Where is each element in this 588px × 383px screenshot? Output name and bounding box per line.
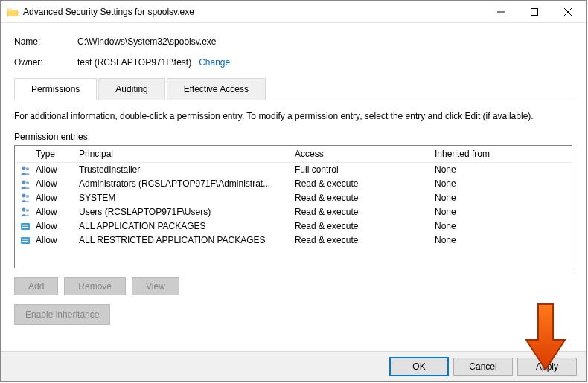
- svg-point-9: [26, 195, 29, 198]
- cell-type: Allow: [33, 235, 76, 245]
- svg-rect-14: [22, 227, 28, 228]
- table-header: Type Principal Access Inherited from: [15, 146, 572, 163]
- owner-row: Owner: test (RCSLAPTOP971F\test) Change: [14, 57, 572, 68]
- cell-access: Read & execute: [292, 193, 432, 203]
- principal-icon: [20, 235, 31, 245]
- cell-inherited: None: [432, 178, 572, 189]
- view-button[interactable]: View: [132, 277, 179, 295]
- cell-type: Allow: [33, 193, 76, 203]
- cell-type: Allow: [33, 221, 76, 231]
- cell-access: Read & execute: [292, 235, 432, 245]
- tab-auditing[interactable]: Auditing: [98, 78, 164, 100]
- folder-icon: [7, 6, 19, 18]
- svg-point-11: [26, 209, 29, 212]
- cancel-button[interactable]: Cancel: [453, 358, 513, 376]
- principal-icon: [20, 207, 31, 217]
- permissions-table: Type Principal Access Inherited from All…: [14, 145, 572, 268]
- cell-principal: Users (RCSLAPTOP971F\Users): [76, 207, 292, 217]
- svg-point-4: [22, 166, 26, 170]
- maximize-button[interactable]: [517, 1, 551, 22]
- ok-button[interactable]: OK: [389, 357, 449, 376]
- cell-access: Read & execute: [292, 207, 432, 217]
- svg-rect-13: [22, 225, 28, 226]
- cell-access: Full control: [292, 164, 432, 175]
- svg-rect-16: [22, 239, 28, 240]
- col-access-header[interactable]: Access: [292, 149, 432, 159]
- cell-inherited: None: [432, 235, 572, 245]
- svg-point-6: [22, 180, 26, 184]
- cell-principal: Administrators (RCSLAPTOP971F\Administra…: [76, 178, 292, 189]
- description-text: For additional information, double-click…: [14, 111, 572, 121]
- owner-value: test (RCSLAPTOP971F\test): [77, 57, 191, 68]
- svg-rect-15: [21, 237, 30, 244]
- titlebar: Advanced Security Settings for spoolsv.e…: [1, 1, 586, 23]
- svg-point-8: [22, 194, 26, 198]
- table-row[interactable]: AllowAdministrators (RCSLAPTOP971F\Admin…: [15, 177, 572, 191]
- cell-principal: ALL APPLICATION PACKAGES: [76, 221, 292, 231]
- cell-principal: ALL RESTRICTED APPLICATION PACKAGES: [76, 235, 292, 245]
- enable-inheritance-button[interactable]: Enable inheritance: [14, 304, 110, 325]
- principal-icon: [20, 165, 31, 176]
- svg-point-10: [22, 208, 26, 212]
- svg-point-5: [26, 167, 29, 170]
- svg-rect-1: [531, 8, 537, 15]
- cell-inherited: None: [432, 193, 572, 203]
- table-row[interactable]: AllowALL RESTRICTED APPLICATION PACKAGES…: [15, 233, 572, 247]
- table-row[interactable]: AllowSYSTEMRead & executeNone: [15, 191, 572, 205]
- tab-effective-access[interactable]: Effective Access: [167, 78, 266, 100]
- principal-icon: [20, 221, 31, 231]
- cell-access: Read & execute: [292, 221, 432, 231]
- name-row: Name: C:\Windows\System32\spoolsv.exe: [14, 36, 572, 47]
- table-row[interactable]: AllowTrustedInstallerFull controlNone: [15, 163, 572, 177]
- dialog-footer: OK Cancel Apply: [1, 351, 586, 381]
- cell-principal: SYSTEM: [76, 193, 292, 203]
- tabs: Permissions Auditing Effective Access: [14, 78, 572, 100]
- owner-label: Owner:: [14, 57, 77, 68]
- security-settings-window: Advanced Security Settings for spoolsv.e…: [0, 0, 587, 382]
- cell-inherited: None: [432, 207, 572, 217]
- col-principal-header[interactable]: Principal: [76, 149, 292, 159]
- cell-type: Allow: [33, 178, 76, 189]
- cell-principal: TrustedInstaller: [76, 164, 292, 175]
- close-button[interactable]: [551, 1, 584, 22]
- name-value: C:\Windows\System32\spoolsv.exe: [77, 36, 572, 47]
- entries-label: Permission entries:: [14, 132, 572, 142]
- remove-button[interactable]: Remove: [64, 277, 126, 295]
- change-owner-link[interactable]: Change: [199, 57, 230, 68]
- tab-permissions[interactable]: Permissions: [14, 78, 97, 100]
- svg-rect-17: [22, 241, 28, 242]
- minimize-button[interactable]: [484, 1, 517, 22]
- cell-type: Allow: [33, 164, 76, 175]
- cell-inherited: None: [432, 221, 572, 231]
- name-label: Name:: [14, 36, 77, 47]
- add-button[interactable]: Add: [14, 277, 58, 295]
- table-row[interactable]: AllowUsers (RCSLAPTOP971F\Users)Read & e…: [15, 205, 572, 219]
- cell-inherited: None: [432, 164, 572, 175]
- col-type-header[interactable]: Type: [33, 149, 76, 159]
- svg-rect-12: [21, 223, 30, 230]
- window-controls: [484, 1, 584, 22]
- enable-inheritance-row: Enable inheritance: [14, 304, 572, 325]
- principal-icon: [20, 179, 31, 190]
- table-row[interactable]: AllowALL APPLICATION PACKAGESRead & exec…: [15, 219, 572, 233]
- cell-type: Allow: [33, 207, 76, 217]
- principal-icon: [20, 193, 31, 203]
- content-area: Name: C:\Windows\System32\spoolsv.exe Ow…: [1, 23, 586, 325]
- apply-button[interactable]: Apply: [517, 358, 577, 376]
- cell-access: Read & execute: [292, 178, 432, 189]
- action-buttons: Add Remove View: [14, 277, 572, 295]
- window-title: Advanced Security Settings for spoolsv.e…: [23, 7, 484, 17]
- svg-point-7: [26, 181, 29, 184]
- col-inherited-header[interactable]: Inherited from: [432, 149, 572, 159]
